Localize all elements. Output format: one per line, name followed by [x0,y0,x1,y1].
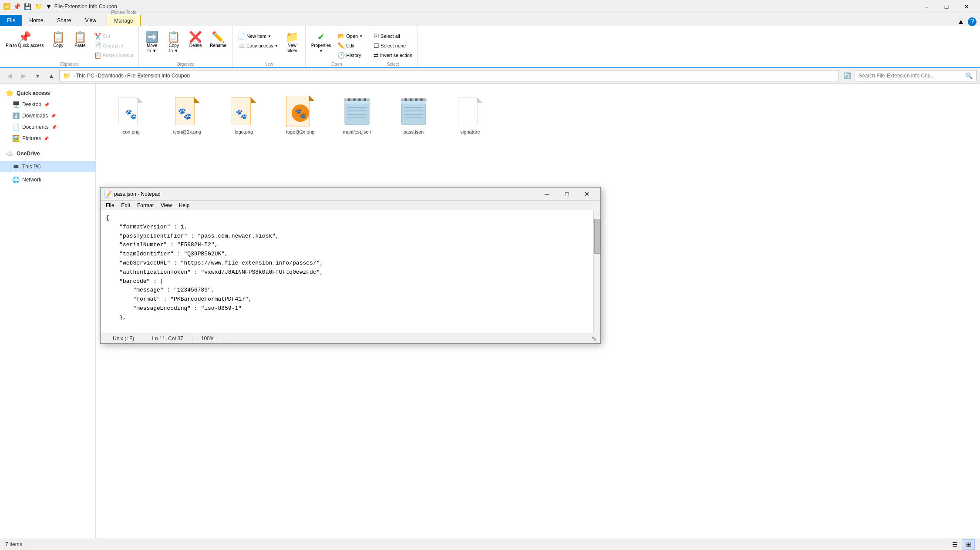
select-all-icon: ☑ [374,33,379,40]
app-icon: 📁 [3,3,10,10]
select-none-button[interactable]: ☐ Select none [371,41,415,50]
properties-button[interactable]: ✔ Properties▼ [308,30,334,58]
tab-share[interactable]: Share [50,15,78,26]
cut-icon: ✂️ [94,33,101,40]
file-item-manifest-json[interactable]: manifest.json [331,92,383,138]
back-button[interactable]: ◀ [3,70,16,82]
notepad-content[interactable]: { "formatVersion" : 1, "passTypeIdentifi… [101,210,600,326]
easy-access-button[interactable]: ☁️ Easy access ▼ [235,41,281,50]
cut-button[interactable]: ✂️ Cut [91,31,136,41]
move-to-button[interactable]: ➡️ Moveto ▼ [141,30,162,58]
sidebar-item-pictures[interactable]: 🖼️ Pictures 📌 [0,133,95,144]
copy-path-button[interactable]: 📄 Copy path [91,41,136,50]
notepad-menu-file[interactable]: File [102,201,118,209]
move-icon: ➡️ [145,32,158,42]
sidebar-item-documents[interactable]: 📄 Documents 📌 [0,121,95,133]
file-item-logo-png[interactable]: 🐾 logo.png [218,92,270,138]
notepad-menu-help[interactable]: Help [175,201,193,209]
minimize-button[interactable]: – [916,0,936,13]
notepad-maximize-btn[interactable]: □ [557,188,577,201]
notepad-close-btn[interactable]: ✕ [577,188,597,201]
open-button[interactable]: 📂 Open ▼ [335,31,365,41]
refresh-button[interactable]: 🔄 [841,70,853,82]
tab-view[interactable]: View [78,15,103,26]
pin-to-quick-access-button[interactable]: 📌 Pin to Quick access [3,30,47,58]
notepad-resize-handle[interactable]: ⤡ [592,335,597,342]
notepad-scrollbar-thumb[interactable] [594,219,600,254]
svg-text:🐾: 🐾 [125,108,137,120]
new-item-button[interactable]: 📄 New item ▼ [235,31,281,41]
file-icon [398,96,429,127]
ribbon-collapse-btn[interactable]: ▲ [957,18,964,26]
path-this-pc[interactable]: This PC [76,73,94,79]
select-all-button[interactable]: ☑ Select all [371,31,415,41]
notepad-title-bar: 📝 pass.json - Notepad ─ □ ✕ [101,188,600,201]
close-button[interactable]: ✕ [956,0,977,13]
desktop-icon: 🖥️ [12,101,20,108]
up-button[interactable]: ▲ [45,70,57,82]
organize-label: Organize [141,60,229,67]
paste-button[interactable]: 📋 Paste [70,30,91,58]
notepad-menu-edit[interactable]: Edit [118,201,134,209]
recent-locations-button[interactable]: ▾ [31,70,44,82]
maximize-button[interactable]: □ [936,0,956,13]
downloads-icon: ⬇️ [12,112,20,119]
edit-button[interactable]: ✏️ Edit [335,41,365,50]
file-item-icon-png[interactable]: 🐾 icon.png [104,92,157,138]
svg-rect-24 [347,107,367,108]
window-controls: – □ ✕ [916,0,977,13]
svg-point-32 [410,98,412,101]
file-item-logo2x-png[interactable]: 🐾 logo@2x.png [274,92,327,138]
new-label: New [235,60,303,67]
invert-selection-button[interactable]: ⇄ Invert selection [371,50,415,60]
tab-file[interactable]: File [0,15,22,26]
history-button[interactable]: 🕐 History [335,50,365,60]
help-btn[interactable]: ? [968,17,977,26]
copy-to-button[interactable]: 📋 Copyto ▼ [163,30,184,58]
search-box: 🔍 [855,70,977,81]
notepad-menu: File Edit Format View Help [101,201,600,210]
copy-icon: 📋 [52,32,65,42]
file-item-signature[interactable]: signature [444,92,496,138]
file-name-manifest-json: manifest.json [343,129,371,134]
sidebar-item-downloads[interactable]: ⬇️ Downloads 📌 [0,110,95,121]
file-item-pass-json[interactable]: pass.json [387,92,440,138]
svg-point-21 [353,98,356,101]
quick-access-header[interactable]: ⭐ Quick access [0,87,95,99]
paste-shortcut-icon: 📋 [94,52,101,59]
pin-icon-downloads: 📌 [51,114,56,118]
ribbon-tabs: File Home Share View Picture Tools Manag… [0,13,980,26]
new-item-icon: 📄 [238,33,245,40]
delete-button[interactable]: ❌ Delete [185,30,206,58]
search-input[interactable] [859,73,963,79]
rename-button[interactable]: ✏️ Rename [207,30,229,58]
notebook-icon-manifest [343,96,371,127]
sidebar-item-desktop[interactable]: 🖥️ Desktop 📌 [0,99,95,110]
notepad-minimize-btn[interactable]: ─ [537,188,557,201]
svg-point-23 [364,98,366,101]
rename-icon: ✏️ [212,32,225,42]
notepad-scrollbar[interactable] [593,210,600,333]
address-path[interactable]: 📁 › This PC › Downloads › File-Extension… [59,70,839,81]
pin-icon-documents: 📌 [51,125,57,130]
tab-home[interactable]: Home [22,15,50,26]
path-folder[interactable]: File-Extension.info Coupon [127,73,190,79]
paste-shortcut-button[interactable]: 📋 Paste shortcut [91,50,136,60]
svg-rect-27 [347,117,367,118]
file-icon: 🐾 [285,96,316,127]
title-bar: 📁 📌 💾 📁 ▼ File-Extension.info Coupon – □… [0,0,980,13]
notepad-menu-view[interactable]: View [157,201,175,209]
details-view-btn[interactable]: ☰ [949,539,961,550]
sidebar-item-this-pc[interactable]: 💻 This PC [0,161,95,172]
tab-manage[interactable]: Manage [107,15,140,26]
new-folder-button[interactable]: 📁 Newfolder [282,30,303,58]
file-item-icon2x-png[interactable]: 🐾 icon@2x.png [161,92,213,138]
path-downloads[interactable]: Downloads [98,73,124,79]
sidebar-item-network[interactable]: 🌐 Network [0,174,95,185]
forward-button[interactable]: ▶ [17,70,30,82]
copy-button[interactable]: 📋 Copy [48,30,69,58]
large-icons-view-btn[interactable]: ⊞ [963,539,975,550]
notepad-menu-format[interactable]: Format [134,201,157,209]
file-name-logo2x-png: logo@2x.png [286,129,315,134]
onedrive-header[interactable]: ☁️ OneDrive [0,148,95,159]
